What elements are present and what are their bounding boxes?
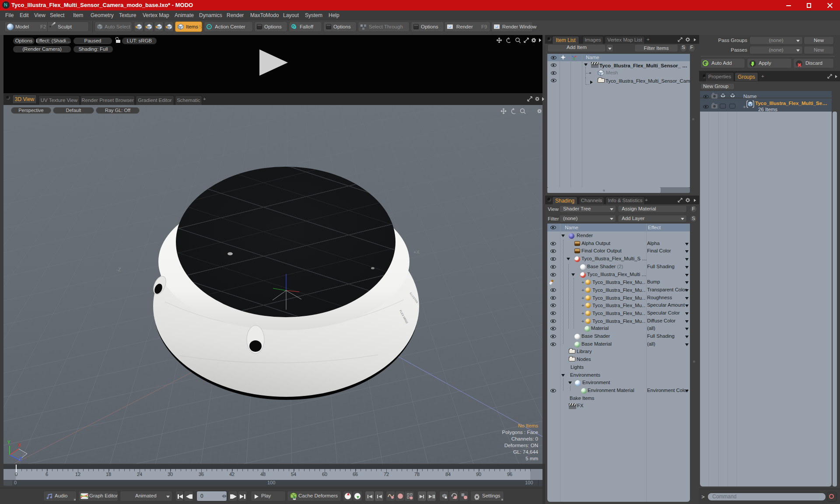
svg-text:-Z: -Z [116,267,121,272]
svg-text:X: X [18,443,21,448]
svg-text:+X: +X [413,249,420,255]
svg-text:Z: Z [19,457,22,462]
svg-text:Y: Y [7,440,10,445]
